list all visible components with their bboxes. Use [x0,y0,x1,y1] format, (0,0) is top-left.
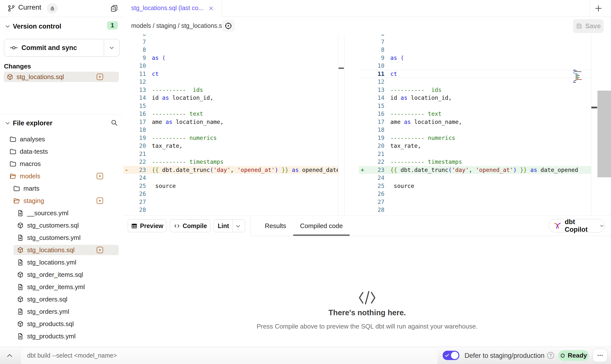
lint-button[interactable]: Lint [214,219,245,232]
code-line-15[interactable]: 15 [359,102,591,110]
tab-results[interactable]: Results [258,216,293,236]
code-line-15[interactable]: 15 [123,102,338,110]
changed-file-row[interactable]: stg_locations.sql [4,72,119,82]
code-line-8[interactable]: 8 [123,46,338,54]
file-tree-item-stg-products-yml[interactable]: stg_products.yml [0,330,123,342]
defer-toggle[interactable] [443,351,459,360]
code-line-27[interactable]: 27 [123,198,338,206]
code-line-12[interactable]: 12 [359,78,591,86]
code-line-7[interactable]: 7 [359,38,591,46]
code-line-21[interactable]: 21 [359,150,591,158]
code-line-12[interactable]: 12 [123,78,338,86]
code-line-6[interactable]: 6 [123,34,338,38]
file-tree-item-analyses[interactable]: analyses [0,133,123,145]
copilot-icon [553,221,562,231]
compile-button[interactable]: Compile [170,219,211,232]
help-icon[interactable]: ? [547,352,554,359]
code-line-23[interactable]: +23{{ dbt.date_trunc('day', 'opened_at')… [359,166,591,174]
code-line-7[interactable]: 7 [123,38,338,46]
branch-selector-row[interactable]: Current [0,0,123,17]
code-line-24[interactable]: 24 [123,174,338,182]
file-tree-item--sources-yml[interactable]: __sources.yml [0,207,123,219]
code-line-26[interactable]: 26 [123,190,338,198]
file-tree-item-stg-orders-sql[interactable]: stg_orders.sql [0,293,123,305]
more-options-button[interactable] [593,349,607,362]
file-tree-item-stg-products-sql[interactable]: stg_products.sql [0,318,123,330]
code-line-6[interactable]: 6 [359,34,591,38]
file-tree-item-macros[interactable]: macros [0,158,123,170]
code-line-11[interactable]: 11ct [123,70,338,78]
code-line-20[interactable]: 20tax_rate, [123,142,338,150]
code-line-10[interactable]: 10 [359,62,591,70]
editor-scrollbar-thumb[interactable] [597,91,611,177]
new-tab-button[interactable] [593,3,604,14]
search-icon[interactable] [110,119,118,126]
code-line-8[interactable]: 8 [359,46,591,54]
code-line-16[interactable]: 16---------- text [359,110,591,118]
commit-options-dropdown[interactable] [104,39,119,56]
file-tree-item-stg-customers-sql[interactable]: stg_customers.sql [0,219,123,232]
chevron-down-icon[interactable] [4,120,11,126]
breadcrumb[interactable]: models / staging / stg_locations.sql [131,22,227,29]
save-button[interactable]: Save [573,19,604,33]
file-tree-item-data-tests[interactable]: data-tests [0,145,123,158]
file-explorer-section-title[interactable]: File explorer [13,119,53,127]
tab-compiled-code[interactable]: Compiled code [293,216,350,236]
file-tree-item-staging[interactable]: staging [0,195,123,207]
code-line-9[interactable]: 9as ( [123,54,338,62]
file-tree-item-stg-locations-yml[interactable]: stg_locations.yml [0,256,123,268]
code-line-13[interactable]: 13---------- ids [359,86,591,94]
code-line-18[interactable]: 18 [359,126,591,134]
code-line-11[interactable]: 11ct [359,70,591,78]
chevron-down-icon[interactable] [235,223,241,229]
code-line-16[interactable]: 16---------- text [123,110,338,118]
code-line-14[interactable]: 14id as location_id, [359,94,591,102]
code-line-28[interactable]: 28 [359,206,591,214]
code-line-28[interactable]: 28 [123,206,338,214]
file-tree-item-stg-orders-yml[interactable]: stg_orders.yml [0,305,123,318]
code-line-27[interactable]: 27 [359,198,591,206]
code-line-13[interactable]: 13---------- ids [123,86,338,94]
dbt-copilot-button[interactable]: dbt Copilot [549,219,605,232]
code-line-26[interactable]: 26 [359,190,591,198]
copilot-label: dbt Copilot [565,218,596,233]
code-text: ame as location_name, [384,118,462,126]
code-line-21[interactable]: 21 [123,150,338,158]
chevron-down-icon[interactable] [4,23,11,30]
close-icon[interactable] [208,5,214,11]
right-pane-scroll-indicator[interactable] [591,107,597,108]
code-line-14[interactable]: 14id as location_id, [123,94,338,102]
preview-button[interactable]: Preview [128,219,166,232]
code-line-23[interactable]: -23{{ dbt.date_trunc('day', 'opened_at')… [123,166,338,174]
lineage-compass-button[interactable] [222,20,235,32]
file-tree-item-marts[interactable]: marts [0,182,123,195]
code-line-20[interactable]: 20tax_rate, [359,142,591,150]
tab-stg-locations-sql[interactable]: stg_locations.sql (last co... [123,0,222,17]
file-tree-item-stg-order-items-yml[interactable]: stg_order_items.yml [0,281,123,293]
code-line-17[interactable]: 17ame as location_name, [359,118,591,126]
code-text: ct [146,70,159,78]
code-line-19[interactable]: 19---------- numerics [359,134,591,142]
line-number: 25 [371,182,384,190]
code-line-22[interactable]: 22---------- timestamps [123,158,338,166]
version-control-section-title[interactable]: Version control [13,23,61,30]
file-tree-item-models[interactable]: models [0,170,123,182]
commit-and-sync-button[interactable]: Commit and sync [4,39,120,57]
minimap[interactable] [573,69,591,84]
code-line-19[interactable]: 19---------- numerics [123,134,338,142]
code-line-10[interactable]: 10 [123,62,338,70]
code-line-18[interactable]: 18 [123,126,338,134]
code-line-9[interactable]: 9as ( [359,54,591,62]
file-tree-item-stg-customers-yml[interactable]: stg_customers.yml [0,232,123,244]
code-line-25[interactable]: 25 source [359,182,591,190]
file-tree-item-stg-locations-sql[interactable]: stg_locations.sql [0,244,123,256]
code-line-17[interactable]: 17ame as location_name, [123,118,338,126]
chevron-up-icon[interactable] [5,351,14,360]
code-line-22[interactable]: 22---------- timestamps [359,158,591,166]
line-number: 16 [132,110,146,118]
code-line-25[interactable]: 25 source [123,182,338,190]
code-line-24[interactable]: 24 [359,174,591,182]
duplicate-file-icon[interactable] [110,4,118,13]
left-pane-scroll-indicator[interactable] [339,67,344,69]
file-tree-item-stg-order-items-sql[interactable]: stg_order_items.sql [0,268,123,281]
